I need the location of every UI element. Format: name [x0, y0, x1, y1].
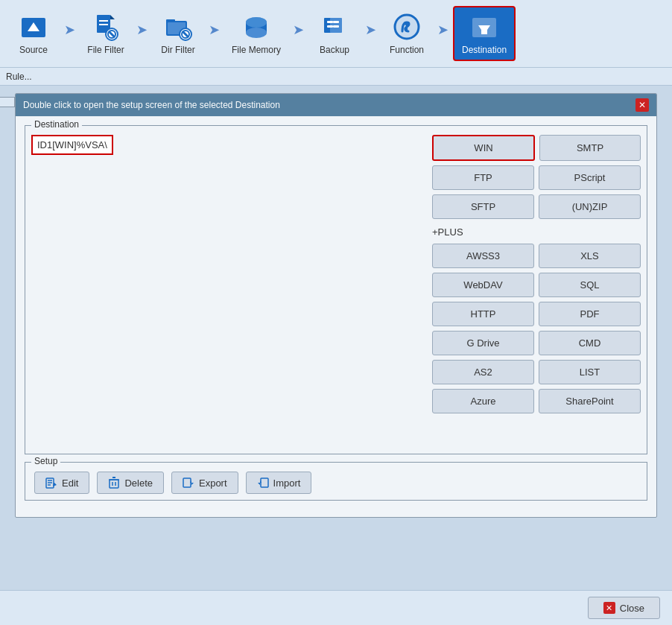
edit-label: Edit — [62, 478, 78, 489]
destination-list-panel: ID1[WIN]%VSA\ — [31, 135, 425, 448]
btn-cmd[interactable]: CMD — [539, 331, 641, 355]
dialog-close-button[interactable]: ✕ — [635, 98, 649, 112]
arrow-5: ➤ — [364, 22, 378, 38]
svg-point-18 — [246, 17, 267, 28]
btn-unzip[interactable]: (UN)ZIP — [539, 194, 641, 219]
svg-rect-41 — [183, 478, 191, 487]
svg-rect-23 — [333, 21, 339, 23]
import-button[interactable]: Import — [246, 472, 312, 494]
btn-row-plus-4: G Drive CMD — [432, 331, 641, 355]
btn-row-3: SFTP (UN)ZIP — [432, 194, 641, 219]
svg-text:f: f — [405, 19, 410, 34]
file-memory-label: File Memory — [232, 45, 281, 55]
svg-rect-22 — [327, 25, 333, 28]
btn-list[interactable]: LIST — [539, 360, 641, 384]
arrow-1: ➤ — [63, 22, 77, 38]
btn-sharepoint[interactable]: SharePoint — [539, 389, 641, 413]
setup-group: Setup Edit — [25, 462, 647, 501]
toolbar-item-dir-filter[interactable]: Dir Filter — [152, 7, 204, 60]
function-label: Function — [390, 45, 424, 55]
toolbar-item-destination[interactable]: Destination — [453, 6, 516, 61]
dir-filter-label: Dir Filter — [161, 45, 194, 55]
destination-buttons-panel: WIN SMTP FTP PScript SFTP (UN)ZIP +PLUS — [432, 135, 641, 448]
arrow-2: ➤ — [135, 22, 149, 38]
dialog-title: Double click to open the setup screen of… — [23, 100, 280, 110]
close-icon: ✕ — [603, 602, 615, 614]
source-icon — [19, 12, 48, 42]
arrow-4: ➤ — [291, 22, 305, 38]
export-icon — [183, 477, 194, 489]
btn-http[interactable]: HTTP — [432, 302, 534, 326]
rule-bar-text: Rule... — [6, 72, 32, 82]
plus-label: +PLUS — [432, 223, 641, 239]
close-button[interactable]: ✕ Close — [588, 597, 660, 619]
bottom-bar: ✕ Close — [0, 590, 672, 625]
btn-webdav[interactable]: WebDAV — [432, 273, 534, 297]
svg-rect-30 — [481, 28, 487, 34]
toolbar-item-source[interactable]: Source — [7, 7, 60, 60]
svg-rect-43 — [261, 478, 268, 487]
btn-row-plus-1: AWSS3 XLS — [432, 244, 641, 268]
btn-win[interactable]: WIN — [432, 135, 535, 161]
btn-ftp[interactable]: FTP — [432, 165, 534, 190]
btn-sql[interactable]: SQL — [539, 273, 641, 297]
backup-icon — [320, 12, 349, 42]
edit-icon — [45, 477, 57, 489]
import-label: Import — [273, 478, 301, 489]
arrow-6: ➤ — [436, 22, 450, 38]
arrow-3: ➤ — [207, 22, 221, 38]
delete-icon — [108, 477, 120, 489]
btn-gdrive[interactable]: G Drive — [432, 331, 534, 355]
btn-row-1: WIN SMTP — [432, 135, 641, 161]
svg-rect-36 — [110, 480, 118, 488]
edit-button[interactable]: Edit — [34, 472, 89, 494]
source-label: Source — [19, 45, 48, 55]
btn-as2[interactable]: AS2 — [432, 360, 534, 384]
btn-sftp[interactable]: SFTP — [432, 194, 534, 219]
btn-awss3[interactable]: AWSS3 — [432, 244, 534, 268]
destination-group-label: Destination — [31, 119, 82, 130]
main-area: Double click to open the setup screen of… — [0, 93, 672, 518]
dialog: Double click to open the setup screen of… — [15, 93, 657, 518]
delete-label: Delete — [124, 478, 153, 489]
btn-pdf[interactable]: PDF — [539, 302, 641, 326]
import-icon — [257, 477, 269, 489]
file-filter-label: File Filter — [87, 45, 124, 55]
btn-row-2: FTP PScript — [432, 165, 641, 190]
export-label: Export — [199, 478, 227, 489]
btn-row-plus-3: HTTP PDF — [432, 302, 641, 326]
destination-content: ID1[WIN]%VSA\ WIN SMTP FTP PScript — [31, 135, 641, 448]
btn-pscript[interactable]: PScript — [539, 165, 641, 190]
export-button[interactable]: Export — [171, 472, 238, 494]
backup-label: Backup — [320, 45, 349, 55]
dir-filter-icon — [163, 12, 193, 42]
delete-button[interactable]: Delete — [97, 472, 164, 494]
btn-azure[interactable]: Azure — [432, 389, 534, 413]
function-icon: f — [392, 12, 422, 42]
destination-entry[interactable]: ID1[WIN]%VSA\ — [31, 135, 113, 155]
btn-row-plus-6: Azure SharePoint — [432, 389, 641, 413]
file-memory-icon — [241, 12, 271, 42]
svg-point-17 — [246, 28, 267, 38]
toolbar-item-file-memory[interactable]: File Memory — [224, 7, 288, 60]
toolbar-item-backup[interactable]: Backup — [308, 7, 361, 60]
setup-group-label: Setup — [31, 456, 60, 466]
close-label: Close — [620, 603, 644, 614]
btn-smtp[interactable]: SMTP — [539, 135, 641, 161]
file-filter-icon — [91, 12, 121, 42]
svg-rect-24 — [333, 25, 339, 28]
toolbar-item-file-filter[interactable]: File Filter — [80, 7, 132, 60]
setup-buttons: Edit Delete — [34, 472, 638, 494]
btn-row-plus-2: WebDAV SQL — [432, 273, 641, 297]
dialog-title-bar: Double click to open the setup screen of… — [16, 94, 656, 116]
svg-rect-21 — [327, 21, 333, 23]
toolbar-item-function[interactable]: f Function — [381, 7, 433, 60]
destination-icon — [469, 12, 499, 42]
destination-group: Destination ID1[WIN]%VSA\ WIN SMTP — [25, 125, 647, 454]
btn-row-plus-5: AS2 LIST — [432, 360, 641, 384]
svg-marker-3 — [110, 15, 115, 19]
btn-xls[interactable]: XLS — [539, 244, 641, 268]
toolbar: Source ➤ File Filter ➤ Dir Filter ➤ — [0, 0, 672, 68]
dialog-body: Destination ID1[WIN]%VSA\ WIN SMTP — [16, 116, 656, 517]
destination-label: Destination — [462, 45, 507, 55]
